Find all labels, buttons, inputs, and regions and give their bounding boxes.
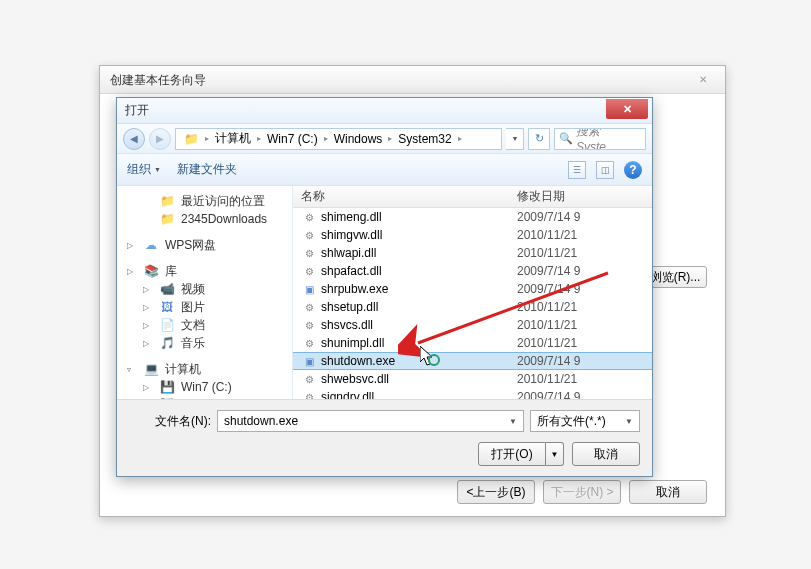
file-row[interactable]: ⚙signdrv.dll2009/7/14 9 bbox=[293, 388, 652, 399]
file-icon: ▣ bbox=[301, 282, 317, 296]
file-icon: ⚙ bbox=[301, 264, 317, 278]
nav-item-label: 库 bbox=[165, 263, 177, 280]
file-name: shlwapi.dll bbox=[321, 246, 517, 260]
file-row[interactable]: ⚙shsvcs.dll2010/11/21 bbox=[293, 316, 652, 334]
file-row[interactable]: ⚙shunimpl.dll2010/11/21 bbox=[293, 334, 652, 352]
file-row[interactable]: ⚙shwebsvc.dll2010/11/21 bbox=[293, 370, 652, 388]
organize-menu[interactable]: 组织▼ bbox=[127, 161, 161, 178]
file-row[interactable]: ⚙shsetup.dll2010/11/21 bbox=[293, 298, 652, 316]
nav-item-icon: 💻 bbox=[143, 362, 159, 376]
nav-item-label: 视频 bbox=[181, 281, 205, 298]
wizard-next-button[interactable]: 下一步(N) > bbox=[543, 480, 621, 504]
nav-item-label: 音乐 bbox=[181, 335, 205, 352]
file-date: 2009/7/14 9 bbox=[517, 390, 652, 399]
wizard-close-icon[interactable]: ✕ bbox=[693, 72, 713, 86]
help-icon[interactable]: ? bbox=[624, 161, 642, 179]
nav-item-icon: 📚 bbox=[143, 264, 159, 278]
nav-forward-button[interactable]: ▶ bbox=[149, 128, 171, 150]
nav-tree-item[interactable]: ▷💾Win7 (C:) bbox=[123, 378, 292, 396]
file-row[interactable]: ⚙shpafact.dll2009/7/14 9 bbox=[293, 262, 652, 280]
filename-value: shutdown.exe bbox=[224, 414, 298, 428]
nav-tree-item[interactable]: ▿💻计算机 bbox=[123, 360, 292, 378]
breadcrumb-segment[interactable]: Win7 (C:) bbox=[263, 132, 322, 146]
nav-tree-item[interactable]: ▷🖼图片 bbox=[123, 298, 292, 316]
preview-pane-button[interactable]: ◫ bbox=[596, 161, 614, 179]
file-row[interactable]: ⚙shimeng.dll2009/7/14 9 bbox=[293, 208, 652, 226]
expand-icon[interactable]: ▷ bbox=[143, 339, 153, 348]
wizard-cancel-button[interactable]: 取消 bbox=[629, 480, 707, 504]
file-filter-value: 所有文件(*.*) bbox=[537, 413, 606, 430]
nav-item-icon: 📄 bbox=[159, 318, 175, 332]
file-name: shutdown.exe bbox=[321, 354, 517, 368]
file-row[interactable]: ⚙shimgvw.dll2010/11/21 bbox=[293, 226, 652, 244]
file-filter-select[interactable]: 所有文件(*.*) ▼ bbox=[530, 410, 640, 432]
nav-tree-item[interactable]: ▷☁WPS网盘 bbox=[123, 236, 292, 254]
breadcrumb[interactable]: 📁▸计算机▸Win7 (C:)▸Windows▸System32▸ bbox=[175, 128, 502, 150]
file-row[interactable]: ▣shrpubw.exe2009/7/14 9 bbox=[293, 280, 652, 298]
breadcrumb-dropdown[interactable]: ▾ bbox=[506, 128, 524, 150]
nav-tree-item[interactable]: ▷📄文档 bbox=[123, 316, 292, 334]
nav-item-label: 最近访问的位置 bbox=[181, 193, 265, 210]
expand-icon[interactable]: ▷ bbox=[143, 303, 153, 312]
filename-input[interactable]: shutdown.exe ▼ bbox=[217, 410, 524, 432]
file-date: 2010/11/21 bbox=[517, 246, 652, 260]
breadcrumb-segment[interactable]: System32 bbox=[394, 132, 455, 146]
nav-tree-item[interactable]: ▷📹视频 bbox=[123, 280, 292, 298]
file-name: shimgvw.dll bbox=[321, 228, 517, 242]
file-icon: ⚙ bbox=[301, 372, 317, 386]
search-input[interactable]: 🔍 搜索 Syste... bbox=[554, 128, 646, 150]
file-icon: ⚙ bbox=[301, 318, 317, 332]
breadcrumb-segment[interactable]: Windows bbox=[330, 132, 387, 146]
nav-item-label: Win7 (C:) bbox=[181, 380, 232, 394]
nav-back-button[interactable]: ◀ bbox=[123, 128, 145, 150]
file-list[interactable]: ⚙shimeng.dll2009/7/14 9⚙shimgvw.dll2010/… bbox=[293, 208, 652, 399]
nav-tree-item[interactable]: ▷🎵音乐 bbox=[123, 334, 292, 352]
file-date: 2009/7/14 9 bbox=[517, 264, 652, 278]
expand-icon[interactable]: ▷ bbox=[143, 321, 153, 330]
breadcrumb-root-icon[interactable]: 📁 bbox=[180, 132, 203, 146]
chevron-right-icon: ▸ bbox=[388, 134, 392, 143]
nav-pane[interactable]: 📁最近访问的位置📁2345Downloads▷☁WPS网盘▷📚库▷📹视频▷🖼图片… bbox=[117, 186, 293, 399]
file-name: shwebsvc.dll bbox=[321, 372, 517, 386]
file-row[interactable]: ⚙shlwapi.dll2010/11/21 bbox=[293, 244, 652, 262]
file-pane: 名称 修改日期 ⚙shimeng.dll2009/7/14 9⚙shimgvw.… bbox=[293, 186, 652, 399]
dialog-close-button[interactable]: ✕ bbox=[606, 99, 648, 119]
filename-dropdown-icon[interactable]: ▼ bbox=[509, 417, 517, 426]
nav-tree-item[interactable]: 📁最近访问的位置 bbox=[123, 192, 292, 210]
chevron-right-icon: ▸ bbox=[324, 134, 328, 143]
expand-icon[interactable]: ▷ bbox=[127, 267, 137, 276]
chevron-right-icon: ▸ bbox=[257, 134, 261, 143]
breadcrumb-segment[interactable]: 计算机 bbox=[211, 130, 255, 147]
expand-icon[interactable]: ▷ bbox=[143, 383, 153, 392]
nav-tree-item[interactable]: ▷📚库 bbox=[123, 262, 292, 280]
file-icon: ⚙ bbox=[301, 246, 317, 260]
file-icon: ⚙ bbox=[301, 336, 317, 350]
open-file-dialog: 打开 ✕ ◀ ▶ 📁▸计算机▸Win7 (C:)▸Windows▸System3… bbox=[116, 97, 653, 477]
dialog-body: 📁最近访问的位置📁2345Downloads▷☁WPS网盘▷📚库▷📹视频▷🖼图片… bbox=[117, 186, 652, 399]
file-list-header[interactable]: 名称 修改日期 bbox=[293, 186, 652, 208]
new-folder-button[interactable]: 新建文件夹 bbox=[177, 161, 237, 178]
nav-tree-item[interactable]: 📁2345Downloads bbox=[123, 210, 292, 228]
column-name-header[interactable]: 名称 bbox=[293, 188, 513, 205]
filter-dropdown-icon: ▼ bbox=[625, 417, 633, 426]
wizard-title: 创建基本任务向导 bbox=[100, 66, 725, 94]
wizard-back-button[interactable]: <上一步(B) bbox=[457, 480, 535, 504]
dialog-footer: 文件名(N): shutdown.exe ▼ 所有文件(*.*) ▼ 打开(O)… bbox=[117, 399, 652, 476]
open-button-group: 打开(O) ▼ bbox=[478, 442, 564, 466]
expand-icon[interactable]: ▷ bbox=[143, 285, 153, 294]
file-row[interactable]: ▣shutdown.exe2009/7/14 9 bbox=[293, 352, 652, 370]
expand-icon[interactable]: ▷ bbox=[127, 241, 137, 250]
view-mode-button[interactable]: ☰ bbox=[568, 161, 586, 179]
file-name: shrpubw.exe bbox=[321, 282, 517, 296]
nav-item-icon: 📁 bbox=[159, 212, 175, 226]
refresh-button[interactable]: ↻ bbox=[528, 128, 550, 150]
open-button[interactable]: 打开(O) bbox=[478, 442, 546, 466]
file-date: 2010/11/21 bbox=[517, 300, 652, 314]
dialog-cancel-button[interactable]: 取消 bbox=[572, 442, 640, 466]
open-button-dropdown[interactable]: ▼ bbox=[546, 442, 564, 466]
expand-icon[interactable]: ▿ bbox=[127, 365, 137, 374]
file-name: shpafact.dll bbox=[321, 264, 517, 278]
filename-label: 文件名(N): bbox=[129, 413, 211, 430]
file-name: signdrv.dll bbox=[321, 390, 517, 399]
column-date-header[interactable]: 修改日期 bbox=[513, 188, 652, 205]
